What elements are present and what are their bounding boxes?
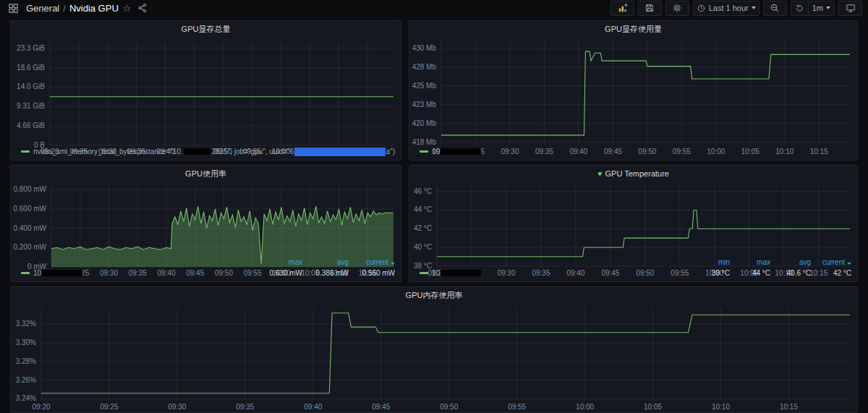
dashboards-grid-icon[interactable] [6, 1, 20, 14]
legend-series-name[interactable]: 10 [21, 269, 83, 277]
svg-text:46 °C: 46 °C [414, 187, 432, 195]
save-dashboard-button[interactable] [638, 1, 662, 16]
svg-text:14.0 GiB: 14.0 GiB [17, 82, 45, 90]
svg-text:23.3 GiB: 23.3 GiB [17, 44, 45, 52]
svg-text:10:00: 10:00 [576, 403, 594, 411]
legend-stat-header-current[interactable]: current [349, 258, 395, 266]
svg-text:09:25: 09:25 [100, 403, 118, 411]
dashboard-row-2: GPU使用率 09:2009:2509:3009:3509:4009:4509:… [10, 165, 858, 282]
legend-stat-value-avg: 40.6 °C [770, 269, 811, 277]
legend-series-name[interactable]: 10 [420, 269, 482, 277]
gpu-temperature-chart[interactable]: 09:2009:2509:3009:3509:4009:4509:5009:55… [409, 182, 857, 257]
time-range-label: Last 1 hour [709, 4, 749, 12]
legend-series-name[interactable]: 10 [420, 148, 482, 156]
svg-text:3.26%: 3.26% [16, 376, 36, 384]
breadcrumb: General / Nvidia GPU [26, 3, 119, 14]
breadcrumb-separator: / [63, 3, 66, 14]
svg-text:9.31 GiB: 9.31 GiB [17, 102, 45, 110]
svg-text:09:40: 09:40 [304, 403, 322, 411]
legend[interactable]: nvidia_smi_memory_total_bytes(instance="… [11, 146, 401, 160]
svg-text:423 Mb: 423 Mb [412, 101, 437, 108]
svg-text:10:15: 10:15 [780, 403, 798, 411]
series-color-dash-icon [420, 272, 428, 274]
svg-text:09:50: 09:50 [440, 403, 458, 411]
series-color-dash-icon [21, 272, 30, 274]
time-range-picker[interactable]: Last 1 hour [693, 1, 760, 16]
panel-title[interactable]: GPU使用率 [11, 166, 401, 182]
svg-text:40 °C: 40 °C [414, 243, 432, 251]
panel-gpu-memory-used: GPU显存使用量 09:2009:2509:3009:3509:4009:450… [409, 20, 858, 161]
legend-stat-header-max[interactable]: max [256, 258, 302, 266]
series-color-dash-icon [21, 150, 30, 153]
svg-text:3.32%: 3.32% [16, 320, 36, 328]
chevron-down-icon [752, 7, 756, 9]
svg-text:418 Mb: 418 Mb [412, 138, 437, 146]
dashboard-row-3: GPU内存使用率 09:2009:2509:3009:3509:4009:450… [10, 286, 858, 413]
legend-stat-value-avg: 0.386 mW [302, 269, 349, 277]
legend-stat-value-min: 39 °C [689, 269, 730, 277]
favorite-star-icon[interactable]: ☆ [123, 4, 132, 13]
svg-text:425 Mb: 425 Mb [412, 82, 437, 90]
svg-text:18.6 GiB: 18.6 GiB [17, 64, 45, 72]
svg-text:09:20: 09:20 [32, 403, 50, 411]
legend-stat-header-max[interactable]: max [730, 258, 770, 266]
refresh-group: 1m [791, 1, 835, 16]
panel-title[interactable]: ♥ GPU Temperature [409, 166, 857, 182]
svg-text:4.66 GiB: 4.66 GiB [17, 122, 45, 129]
svg-text:09:30: 09:30 [168, 403, 186, 411]
legend-stat-header-min[interactable]: min [689, 258, 730, 266]
panel-title[interactable]: GPU内存使用率 [11, 287, 857, 303]
svg-text:420 Mb: 420 Mb [412, 119, 437, 127]
redacted-text [441, 148, 481, 155]
svg-text:0.600 mW: 0.600 mW [13, 205, 46, 213]
legend-series-name[interactable]: nvidia_smi_memory_total_bytes(instance="… [21, 148, 395, 156]
legend[interactable]: maxavgcurrent100.630 mW0.386 mW0.560 mW [11, 257, 401, 281]
svg-text:3.30%: 3.30% [16, 339, 36, 346]
chevron-down-icon [826, 7, 830, 9]
share-icon[interactable] [135, 1, 150, 14]
refresh-button[interactable] [791, 1, 808, 15]
sort-caret-icon [391, 263, 395, 265]
dashboard-row-1: GPU显存总量 09:2009:2509:3009:3509:4009:4509… [10, 20, 858, 161]
gpu-memory-total-chart[interactable]: 09:2009:2509:3009:3509:4009:4509:5009:55… [11, 37, 401, 146]
dashboard-settings-button[interactable] [665, 1, 689, 16]
svg-text:0.800 mW: 0.800 mW [13, 185, 46, 193]
panel-title[interactable]: GPU显存使用量 [409, 21, 857, 37]
kiosk-tv-mode-button[interactable] [838, 1, 862, 16]
svg-text:0.200 mW: 0.200 mW [13, 243, 46, 251]
redacted-text [441, 270, 481, 276]
breadcrumb-folder[interactable]: General [26, 3, 59, 14]
series-color-dash-icon [420, 150, 428, 153]
legend-stat-header-avg[interactable]: avg [770, 258, 811, 266]
legend[interactable]: minmaxavgcurrent1039 °C44 °C40.6 °C42 °C [409, 257, 857, 281]
sort-caret-icon [847, 263, 851, 265]
svg-text:09:55: 09:55 [508, 403, 526, 411]
svg-text:3.28%: 3.28% [16, 357, 36, 365]
gpu-utilization-chart[interactable]: 09:2009:2509:3009:3509:4009:4509:5009:55… [11, 182, 401, 257]
legend-stat-header-current[interactable]: current [811, 258, 851, 266]
panel-gpu-utilization: GPU使用率 09:2009:2509:3009:3509:4009:4509:… [10, 165, 401, 282]
svg-text:42 °C: 42 °C [414, 224, 432, 232]
selected-redacted-text [294, 148, 385, 156]
panel-gpu-memory-utilization: GPU内存使用率 09:2009:2509:3009:3509:4009:450… [10, 286, 858, 413]
health-heart-icon: ♥ [597, 170, 603, 178]
add-panel-button[interactable] [610, 1, 634, 16]
top-navbar: General / Nvidia GPU ☆ Last 1 hour [0, 0, 868, 16]
refresh-interval-label: 1m [812, 4, 823, 12]
legend-stat-value-current: 0.560 mW [349, 269, 395, 277]
svg-text:44 °C: 44 °C [414, 205, 432, 213]
zoom-out-time-button[interactable] [763, 1, 787, 16]
refresh-interval-picker[interactable]: 1m [809, 1, 834, 15]
legend-stat-header-avg[interactable]: avg [302, 258, 349, 266]
breadcrumb-dashboard-title[interactable]: Nvidia GPU [69, 3, 119, 14]
legend-stat-value-current: 42 °C [811, 269, 851, 277]
legend[interactable]: 10 [409, 146, 857, 160]
gpu-memory-utilization-chart[interactable]: 09:2009:2509:3009:3509:4009:4509:5009:55… [11, 303, 857, 412]
svg-text:0.400 mW: 0.400 mW [13, 224, 46, 232]
svg-text:10:05: 10:05 [644, 403, 662, 411]
svg-text:09:35: 09:35 [236, 403, 254, 411]
redacted-text [42, 270, 82, 276]
panel-title[interactable]: GPU显存总量 [11, 21, 401, 37]
gpu-memory-used-chart[interactable]: 09:2009:2509:3009:3509:4009:4509:5009:55… [409, 37, 857, 146]
legend-stat-value-max: 0.630 mW [256, 269, 302, 277]
